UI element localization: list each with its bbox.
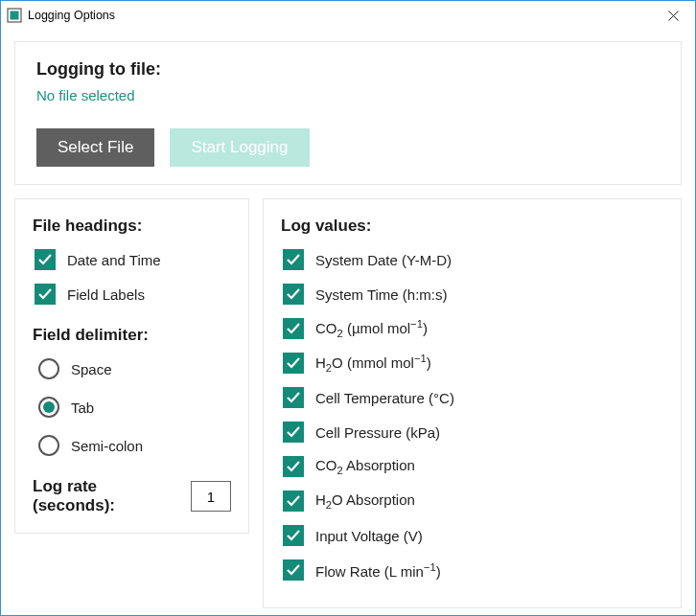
check-icon [286, 390, 301, 405]
heading-checkbox-label: Field Labels [67, 286, 145, 303]
log-rate-label: Log rate (seconds): [33, 477, 179, 515]
logging-file-heading: Logging to file: [36, 59, 660, 80]
log-value-label: Flow Rate (L min−1) [315, 561, 441, 580]
window-body: Logging to file: No file selected Select… [1, 30, 695, 615]
start-logging-button: Start Logging [170, 128, 309, 167]
delimiter-radio-label: Space [71, 361, 112, 377]
log-value-label: Input Voltage (V) [315, 528, 423, 544]
check-icon [37, 286, 53, 302]
heading-checkbox[interactable] [35, 284, 56, 305]
log-rate-input[interactable] [191, 481, 231, 512]
field-delimiter-label: Field delimiter: [33, 326, 231, 345]
delimiter-radio-label: Tab [71, 399, 94, 416]
delimiter-radio[interactable] [38, 358, 59, 379]
log-value-checkbox[interactable] [283, 249, 304, 270]
check-icon [286, 424, 301, 440]
log-value-checkbox[interactable] [283, 422, 304, 443]
log-values-panel: Log values: System Date (Y-M-D)System Ti… [263, 198, 682, 608]
log-value-label: Cell Pressure (kPa) [315, 424, 440, 441]
check-icon [286, 286, 301, 302]
select-file-button[interactable]: Select File [36, 128, 154, 167]
log-value-checkbox[interactable] [283, 387, 304, 408]
delimiter-radio[interactable] [38, 435, 59, 456]
close-icon [668, 11, 679, 21]
headings-delimiter-panel: File headings: Date and TimeField Labels… [14, 198, 249, 534]
log-value-label: CO2 Absorption [315, 457, 415, 476]
check-icon [286, 252, 301, 267]
file-status-text: No file selected [36, 87, 660, 103]
check-icon [286, 528, 301, 543]
log-value-checkbox[interactable] [283, 284, 304, 305]
log-value-checkbox[interactable] [283, 491, 304, 512]
titlebar: Logging Options [1, 1, 695, 30]
check-icon [286, 459, 301, 474]
delimiter-radio[interactable] [38, 397, 59, 418]
log-values-heading: Log values: [281, 217, 663, 236]
log-value-label: Cell Temperature (°C) [315, 390, 454, 406]
log-value-checkbox[interactable] [283, 525, 304, 546]
log-value-label: CO2 (µmol mol−1) [315, 318, 428, 339]
logging-file-panel: Logging to file: No file selected Select… [14, 41, 682, 185]
log-value-label: H2O (mmol mol−1) [315, 353, 431, 374]
log-value-checkbox[interactable] [283, 353, 304, 374]
heading-checkbox[interactable] [35, 249, 56, 270]
log-value-label: System Date (Y-M-D) [315, 252, 452, 268]
log-value-label: System Time (h:m:s) [315, 286, 448, 303]
file-headings-label: File headings: [33, 217, 231, 236]
app-icon [7, 8, 22, 23]
log-value-checkbox[interactable] [283, 456, 304, 477]
check-icon [286, 562, 301, 578]
check-icon [37, 252, 53, 267]
check-icon [286, 355, 301, 371]
window-frame: Logging Options Logging to file: No file… [0, 0, 696, 616]
window-title: Logging Options [28, 9, 115, 22]
svg-rect-1 [11, 11, 19, 20]
log-value-checkbox[interactable] [283, 559, 304, 581]
check-icon [286, 493, 301, 509]
heading-checkbox-label: Date and Time [67, 252, 161, 268]
log-value-label: H2O Absorption [315, 491, 415, 511]
log-value-checkbox[interactable] [283, 318, 304, 339]
close-button[interactable] [651, 1, 695, 30]
check-icon [286, 321, 301, 336]
delimiter-radio-label: Semi-colon [71, 438, 143, 454]
